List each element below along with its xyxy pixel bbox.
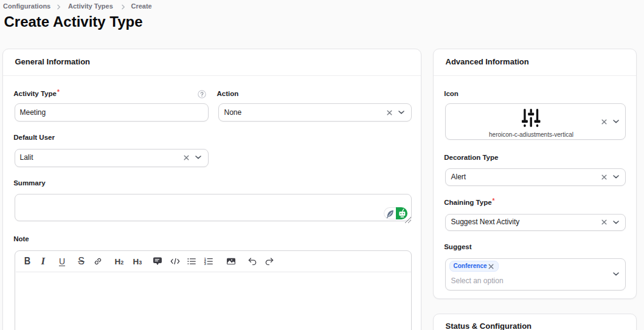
- svg-text:3: 3: [204, 262, 206, 266]
